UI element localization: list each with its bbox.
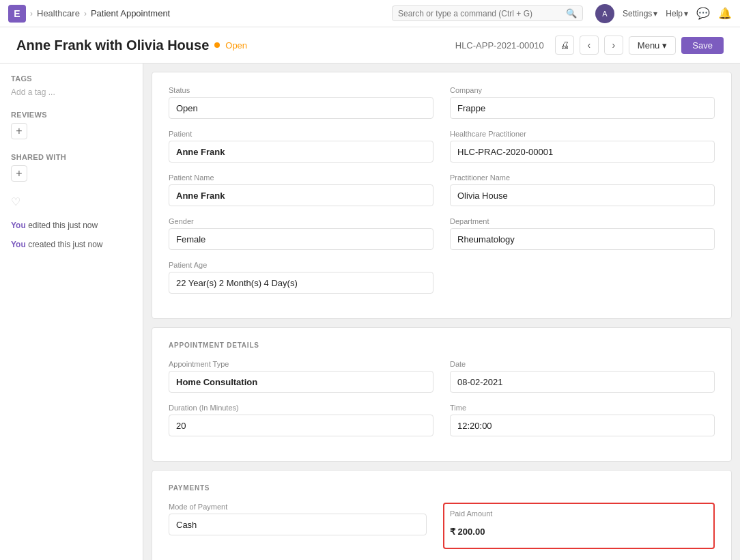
practitioner-name-value: Olivia House bbox=[450, 184, 715, 206]
save-button[interactable]: Save bbox=[681, 37, 724, 54]
mode-group: Mode of Payment Cash bbox=[169, 503, 427, 549]
bell-icon[interactable]: 🔔 bbox=[718, 7, 732, 20]
shared-with-section: Shared With + bbox=[11, 153, 132, 182]
nav-right: A Settings ▾ Help ▾ 💬 🔔 bbox=[595, 4, 732, 23]
patient-age-value: 22 Year(s) 2 Month(s) 4 Day(s) bbox=[169, 272, 433, 294]
avatar[interactable]: A bbox=[595, 4, 614, 23]
add-review-button[interactable]: + bbox=[11, 123, 27, 139]
breadcrumb-chevron-2: › bbox=[84, 9, 87, 18]
next-button[interactable]: › bbox=[604, 36, 623, 55]
sidebar: Tags Add a tag ... Reviews + Shared With… bbox=[0, 64, 143, 560]
department-label-text: Department bbox=[450, 217, 715, 225]
appt-time-label-text: Time bbox=[450, 404, 715, 412]
appt-duration-value: 20 bbox=[169, 415, 433, 436]
row-status-company: Status Open Company Frappe bbox=[169, 86, 715, 119]
appt-duration-label-text: Duration (In Minutes) bbox=[169, 404, 433, 412]
patient-value: Anne Frank bbox=[169, 141, 433, 163]
chat-icon[interactable]: 💬 bbox=[696, 7, 710, 20]
row-payments-mode-amount: Mode of Payment Cash Paid Amount ₹ 200.0… bbox=[169, 503, 715, 549]
favorite-icon[interactable]: ♡ bbox=[11, 195, 132, 208]
patient-name-value: Anne Frank bbox=[169, 184, 433, 206]
page-title: Anne Frank with Olivia House Open bbox=[16, 38, 247, 53]
add-tag-placeholder[interactable]: Add a tag ... bbox=[11, 87, 55, 97]
gender-label-text: Gender bbox=[169, 217, 433, 225]
row-names: Patient Name Anne Frank Practitioner Nam… bbox=[169, 173, 715, 206]
department-value: Rheumatology bbox=[450, 228, 715, 250]
breadcrumb-patient-appointment[interactable]: Patient Appointment bbox=[91, 8, 170, 18]
practitioner-label-text: Healthcare Practitioner bbox=[450, 130, 715, 138]
search-input[interactable] bbox=[398, 9, 562, 18]
doc-id: HLC-APP-2021-00010 bbox=[455, 40, 544, 51]
patient-age-label-text: Patient Age bbox=[169, 261, 433, 269]
paid-amount-label-text: Paid Amount bbox=[450, 509, 708, 518]
help-button[interactable]: Help ▾ bbox=[666, 9, 688, 18]
status-value: Open bbox=[169, 97, 433, 119]
appt-type-value: Home Consultation bbox=[169, 371, 433, 393]
activity-you-1: You bbox=[11, 221, 26, 230]
main-info-card: Status Open Company Frappe Patient Anne … bbox=[152, 72, 732, 319]
status-dot bbox=[214, 42, 220, 48]
patient-group: Patient Anne Frank bbox=[169, 130, 433, 163]
row-patient-practitioner: Patient Anne Frank Healthcare Practition… bbox=[169, 130, 715, 163]
status-group: Status Open bbox=[169, 86, 433, 119]
tags-title: Tags bbox=[11, 74, 132, 83]
practitioner-value: HLC-PRAC-2020-00001 bbox=[450, 141, 715, 163]
page-header-right: HLC-APP-2021-00010 🖨 ‹ › Menu▾ Save bbox=[455, 36, 724, 55]
gender-value: Female bbox=[169, 228, 433, 250]
main-layout: Tags Add a tag ... Reviews + Shared With… bbox=[0, 64, 740, 560]
top-nav: E › Healthcare › Patient Appointment 🔍 A… bbox=[0, 0, 740, 27]
patient-name-label-text: Patient Name bbox=[169, 173, 433, 182]
prev-button[interactable]: ‹ bbox=[580, 36, 599, 55]
practitioner-name-label-text: Practitioner Name bbox=[450, 173, 715, 182]
company-value: Frappe bbox=[450, 97, 715, 119]
patient-age-group: Patient Age 22 Year(s) 2 Month(s) 4 Day(… bbox=[169, 261, 433, 294]
department-group: Department Rheumatology bbox=[450, 217, 715, 250]
settings-button[interactable]: Settings ▾ bbox=[623, 9, 657, 18]
patient-label-text: Patient bbox=[169, 130, 433, 138]
tags-section: Tags Add a tag ... bbox=[11, 74, 132, 97]
empty-spacer-1 bbox=[450, 261, 715, 294]
payments-card: PAYMENTS Mode of Payment Cash Paid Amoun… bbox=[152, 470, 732, 560]
practitioner-group: Healthcare Practitioner HLC-PRAC-2020-00… bbox=[450, 130, 715, 163]
row-gender-department: Gender Female Department Rheumatology bbox=[169, 217, 715, 250]
print-button[interactable]: 🖨 bbox=[555, 36, 574, 55]
search-icon: 🔍 bbox=[566, 8, 577, 18]
status-label-text: Status bbox=[169, 86, 433, 94]
status-label: Open bbox=[225, 40, 247, 51]
activity-section: You edited this just now You created thi… bbox=[11, 219, 132, 251]
appt-type-label-text: Appointment Type bbox=[169, 360, 433, 368]
breadcrumb-chevron-1: › bbox=[30, 9, 33, 18]
appt-date-value: 08-02-2021 bbox=[450, 371, 715, 393]
add-share-button[interactable]: + bbox=[11, 165, 27, 182]
activity-edit: You edited this just now bbox=[11, 219, 132, 232]
payments-section-header: PAYMENTS bbox=[169, 484, 715, 492]
page-header: Anne Frank with Olivia House Open HLC-AP… bbox=[0, 27, 740, 64]
gender-group: Gender Female bbox=[169, 217, 433, 250]
patient-name-group: Patient Name Anne Frank bbox=[169, 173, 433, 206]
practitioner-name-group: Practitioner Name Olivia House bbox=[450, 173, 715, 206]
search-bar: 🔍 bbox=[392, 5, 583, 21]
activity-create-text: created this just now bbox=[28, 240, 102, 249]
appt-duration-group: Duration (In Minutes) 20 bbox=[169, 404, 433, 436]
appt-date-group: Date 08-02-2021 bbox=[450, 360, 715, 393]
reviews-title: Reviews bbox=[11, 111, 132, 119]
appointment-card: APPOINTMENT DETAILS Appointment Type Hom… bbox=[152, 327, 732, 462]
mode-label-text: Mode of Payment bbox=[169, 503, 427, 511]
appt-date-label-text: Date bbox=[450, 360, 715, 368]
paid-amount-group: Paid Amount ₹ 200.00 bbox=[443, 503, 715, 549]
mode-value: Cash bbox=[169, 514, 427, 535]
activity-create: You created this just now bbox=[11, 238, 132, 251]
shared-with-title: Shared With bbox=[11, 153, 132, 161]
paid-amount-value: ₹ 200.00 bbox=[450, 520, 708, 542]
activity-you-2: You bbox=[11, 240, 26, 249]
appt-time-value: 12:20:00 bbox=[450, 415, 715, 436]
appointment-section-header: APPOINTMENT DETAILS bbox=[169, 341, 715, 349]
row-age: Patient Age 22 Year(s) 2 Month(s) 4 Day(… bbox=[169, 261, 715, 294]
breadcrumb-healthcare[interactable]: Healthcare bbox=[37, 8, 80, 18]
appt-type-group: Appointment Type Home Consultation bbox=[169, 360, 433, 393]
menu-button[interactable]: Menu▾ bbox=[629, 36, 677, 55]
app-logo[interactable]: E bbox=[8, 5, 26, 23]
content-area: Status Open Company Frappe Patient Anne … bbox=[143, 64, 740, 560]
appt-time-group: Time 12:20:00 bbox=[450, 404, 715, 436]
company-group: Company Frappe bbox=[450, 86, 715, 119]
